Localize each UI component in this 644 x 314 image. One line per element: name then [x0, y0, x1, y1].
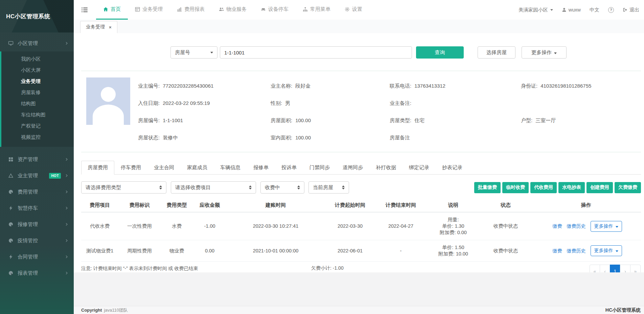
fee-item-select[interactable]: 请选择收费项目	[171, 181, 256, 194]
choose-house-button[interactable]: 选择房屋	[478, 46, 515, 59]
bolt-icon	[8, 254, 14, 260]
caret-down-icon	[616, 250, 618, 252]
caret-down-icon	[210, 52, 213, 53]
sidebar-section-epidemic[interactable]: 疫情管控	[0, 232, 74, 249]
tab-binding-records[interactable]: 绑定记录	[402, 161, 436, 175]
pay-history-link[interactable]: 缴费历史	[567, 248, 586, 254]
tab-vehicles[interactable]: 车辆信息	[214, 161, 247, 175]
nav-item-common-menu[interactable]: 常用菜单	[296, 0, 338, 20]
field-value: 410326198101286755	[540, 83, 591, 89]
home-icon	[103, 7, 108, 12]
fee-type-select[interactable]: 请选择费用类型	[81, 181, 166, 194]
owner-field: 房屋面积:100.00	[271, 117, 390, 124]
community-selector[interactable]: 美满家园小区	[519, 7, 553, 13]
sidebar-section-contracts[interactable]: 合同管理	[0, 249, 74, 265]
sidebar-item-business-accept[interactable]: 业务受理	[1, 76, 74, 87]
desc-line: 单价: 1.30	[426, 223, 480, 229]
cell-end-time: -	[375, 248, 426, 254]
bar-chart-icon	[177, 7, 182, 12]
batch-pay-button[interactable]: 批量缴费	[474, 182, 501, 193]
nav-item-fee-report[interactable]: 费用报表	[170, 0, 212, 20]
nav-item-device-parking[interactable]: 设备停车	[254, 0, 296, 20]
cell-operations: 缴费 缴费历史 更多操作	[531, 221, 641, 232]
avatar-body-shape	[93, 105, 124, 125]
query-button[interactable]: 查询	[416, 46, 464, 59]
sidebar-item-structure-map[interactable]: 结构图	[1, 98, 74, 109]
sidebar-item-house-decoration[interactable]: 房屋装修	[1, 87, 74, 98]
sidebar-item-big-screen[interactable]: 小区大屏	[1, 65, 74, 76]
cell-start-time: 2022-06-01	[325, 248, 375, 254]
tab-reprint-receipt[interactable]: 补打收据	[369, 161, 402, 175]
sidebar-section-fees[interactable]: 费用管理	[0, 184, 74, 200]
desktop-icon	[8, 41, 14, 46]
sidebar-submenu-community: 我的小区 小区大屏 业务受理 房屋装修 结构图 车位结构图 产权登记 视频监控	[0, 51, 74, 147]
sidebar-section-smart-parking[interactable]: 智慧停车	[0, 200, 74, 216]
app-root: HC小区管理系统 小区管理 我的小区 小区大屏 业务受理 房屋装修 结构图 车位…	[0, 0, 644, 314]
table-row: 代收水费 一次性费用 水费 -1.00 2022-03-30 10:27:41 …	[81, 212, 641, 240]
sidebar-section-label: 合同管理	[18, 254, 38, 260]
field-label: 户型:	[521, 117, 532, 123]
tab-house-fees[interactable]: 房屋费用	[81, 161, 114, 175]
sidebar-item-parking-structure[interactable]: 车位结构图	[1, 109, 74, 120]
cell-status: 收费中状态	[480, 223, 531, 229]
arrears-pay-button[interactable]: 欠费缴费	[615, 182, 641, 193]
user-icon	[562, 7, 567, 12]
select-arrows-icon	[249, 185, 252, 189]
tab-repair-orders[interactable]: 报修单	[247, 161, 275, 175]
room-scope-select[interactable]: 当前房屋	[308, 181, 349, 194]
cell-end-time: 2022-04-27	[375, 223, 426, 229]
field-value: 1-1-1001	[163, 117, 183, 123]
sidebar-item-video-monitor[interactable]: 视频监控	[1, 132, 74, 143]
nav-item-settings[interactable]: 设置	[338, 0, 369, 20]
sidebar-section-repair[interactable]: 报修管理	[0, 216, 74, 232]
hot-badge: HOT	[49, 173, 61, 179]
circle-pin-icon	[8, 222, 14, 227]
tab-owner-contracts[interactable]: 业主合同	[147, 161, 181, 175]
tab-gate-sync[interactable]: 道闸同步	[336, 161, 369, 175]
logout-label: 退出	[629, 7, 639, 13]
tab-family-members[interactable]: 家庭成员	[181, 161, 214, 175]
collect-fee-button[interactable]: 代收费用	[530, 182, 557, 193]
row-more-actions-button[interactable]: 更多操作	[591, 245, 622, 256]
logout-button[interactable]: 退出	[623, 7, 639, 13]
nav-item-property-service[interactable]: 物业服务	[212, 0, 254, 20]
sidebar-section-owners[interactable]: 业主管理 HOT	[0, 167, 74, 184]
select-value: 当前房屋	[313, 184, 333, 191]
tab-complaints[interactable]: 投诉单	[275, 161, 303, 175]
menu-toggle-button[interactable]	[74, 0, 96, 20]
pay-link[interactable]: 缴费	[553, 223, 562, 229]
fee-state-select[interactable]: 收费中	[260, 181, 304, 194]
sidebar-section-assets[interactable]: 资产管理	[0, 151, 74, 167]
temp-charge-button[interactable]: 临时收费	[502, 182, 529, 193]
sidebar-item-property-register[interactable]: 产权登记	[1, 120, 74, 132]
tab-access-sync[interactable]: 门禁同步	[303, 161, 336, 175]
sidebar-item-my-community[interactable]: 我的小区	[1, 53, 74, 65]
search-input[interactable]	[220, 46, 412, 59]
nav-item-business[interactable]: 业务受理	[128, 0, 170, 20]
field-label: 房屋状态:	[138, 135, 160, 140]
users-icon	[219, 7, 224, 12]
sidebar-section-community[interactable]: 小区管理	[0, 35, 74, 51]
tab-parking-fees[interactable]: 停车费用	[114, 161, 147, 175]
create-fee-button[interactable]: 创建费用	[586, 182, 613, 193]
list-icon	[81, 6, 88, 13]
field-value: 段好金	[295, 83, 310, 89]
page-tab-business[interactable]: 业务受理 ×	[80, 21, 117, 33]
sidebar-section-reports[interactable]: 报表管理	[0, 265, 74, 281]
pay-history-link[interactable]: 缴费历史	[567, 223, 586, 229]
nav-item-label: 业务受理	[142, 6, 163, 13]
close-icon[interactable]: ×	[109, 25, 112, 30]
meter-reading-button[interactable]: 水电抄表	[558, 182, 585, 193]
help-button[interactable]: ?	[608, 7, 614, 13]
field-value: 100.00	[295, 117, 311, 123]
nav-item-home[interactable]: 首页	[96, 0, 128, 20]
language-switch[interactable]: 中文	[590, 7, 599, 13]
cell-start-time: 2022-03-30	[325, 223, 375, 229]
page-tab-label: 业务受理	[86, 24, 105, 30]
row-more-actions-button[interactable]: 更多操作	[591, 221, 622, 232]
more-actions-button[interactable]: 更多操作	[522, 46, 567, 59]
tab-meter-records[interactable]: 抄表记录	[436, 161, 469, 175]
pay-link[interactable]: 缴费	[553, 248, 562, 254]
search-field-select[interactable]: 房屋号	[170, 46, 217, 59]
user-menu[interactable]: wuxw	[562, 7, 581, 13]
